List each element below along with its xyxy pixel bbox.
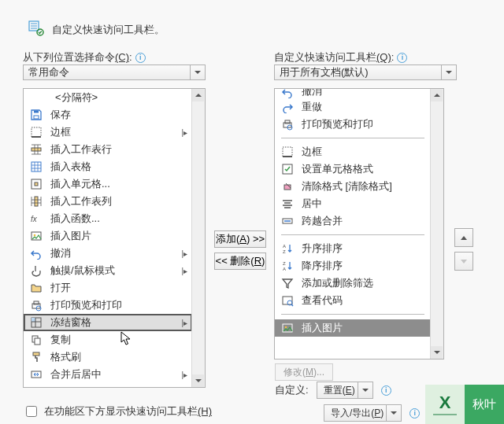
list-item-label: 降序排序 bbox=[302, 259, 343, 273]
list-item-label: 插入图片 bbox=[50, 229, 91, 243]
list-item-label: 打印预览和打印 bbox=[302, 117, 373, 131]
list-item[interactable]: 冻结窗格|▸ bbox=[24, 314, 192, 331]
reset-combo[interactable]: 重置(E) bbox=[317, 382, 373, 399]
qat-commands-list[interactable]: 撤消重做打印预览和打印边框设置单元格格式清除格式 [清除格式]居中跨越合并AZ升… bbox=[274, 88, 444, 359]
center-icon bbox=[281, 197, 294, 210]
svg-point-39 bbox=[285, 326, 287, 329]
list-item-label: 复制 bbox=[50, 333, 71, 347]
svg-rect-10 bbox=[35, 197, 38, 206]
list-divider bbox=[281, 309, 424, 319]
add-button[interactable]: 添加(A) >> bbox=[214, 230, 266, 248]
list-item-label: 添加或删除筛选 bbox=[302, 276, 373, 290]
list-item-label: 插入函数... bbox=[50, 212, 100, 226]
list-item[interactable]: 跨越合并 bbox=[275, 212, 431, 230]
list-item[interactable]: 保存 bbox=[24, 106, 192, 124]
list-item-label: 设置单元格格式 bbox=[302, 162, 373, 176]
list-item[interactable]: 插入图片 bbox=[275, 319, 431, 337]
list-item[interactable]: 复制 bbox=[24, 331, 192, 348]
info-icon[interactable]: i bbox=[410, 408, 420, 418]
choose-commands-combo[interactable]: 常用命令 bbox=[23, 65, 206, 80]
list-item[interactable]: 查看代码 bbox=[275, 292, 431, 309]
svg-rect-6 bbox=[32, 148, 41, 151]
svg-rect-4 bbox=[32, 127, 41, 137]
sortasc-icon: AZ bbox=[281, 242, 294, 255]
svg-line-37 bbox=[291, 304, 293, 306]
info-icon[interactable]: i bbox=[397, 53, 407, 63]
printpreview2-icon bbox=[30, 299, 43, 312]
customize-scope-combo[interactable]: 用于所有文档(默认) bbox=[274, 65, 457, 80]
submenu-indicator-icon: |▸ bbox=[181, 319, 187, 327]
list-item[interactable]: 插入工作表行 bbox=[24, 141, 192, 158]
printpreview-icon bbox=[281, 118, 294, 131]
touch-icon bbox=[30, 264, 43, 277]
remove-button[interactable]: << 删除(R) bbox=[214, 253, 266, 270]
list-item[interactable]: 撤消 bbox=[275, 89, 431, 98]
list-item[interactable]: 插入图片 bbox=[24, 227, 192, 245]
list-item[interactable]: fx插入函数... bbox=[24, 210, 192, 227]
list-item[interactable]: 添加或删除筛选 bbox=[275, 275, 431, 292]
list-divider bbox=[281, 230, 424, 240]
list-item[interactable]: 重做 bbox=[275, 98, 431, 116]
scroll-up-button[interactable] bbox=[431, 89, 443, 101]
sheetrow-icon bbox=[30, 143, 43, 156]
info-icon[interactable]: i bbox=[381, 385, 391, 396]
list-item[interactable]: 居中 bbox=[275, 195, 431, 212]
list-item-label: 清除格式 [清除格式] bbox=[302, 179, 392, 194]
list-item[interactable]: 边框|▸ bbox=[24, 124, 192, 141]
watermark: X 秋叶 bbox=[425, 385, 504, 424]
scrollbar[interactable] bbox=[430, 89, 443, 359]
list-item[interactable]: 插入工作表列 bbox=[24, 193, 192, 210]
list-item-label: 插入表格 bbox=[50, 160, 91, 174]
svg-text:A: A bbox=[283, 267, 286, 271]
list-item[interactable]: 打开 bbox=[24, 279, 192, 297]
formatpainter-icon bbox=[30, 351, 43, 363]
list-item[interactable]: 打印预览和打印 bbox=[275, 116, 431, 133]
svg-rect-2 bbox=[34, 116, 39, 119]
move-up-button[interactable] bbox=[454, 228, 473, 247]
modify-button: 修改(M)... bbox=[275, 363, 333, 381]
list-item[interactable]: 插入表格 bbox=[24, 158, 192, 175]
svg-text:Z: Z bbox=[283, 249, 286, 254]
list-item[interactable]: 插入单元格... bbox=[24, 175, 192, 193]
list-item[interactable]: 打印预览和打印 bbox=[24, 297, 192, 314]
undo2-icon bbox=[281, 89, 294, 98]
chevron-down-icon bbox=[190, 65, 205, 79]
list-item-label: 插入单元格... bbox=[50, 177, 110, 191]
table-icon bbox=[30, 160, 43, 173]
list-item[interactable]: ZA降序排序 bbox=[275, 257, 431, 275]
svg-rect-9 bbox=[35, 183, 38, 186]
list-divider bbox=[281, 133, 424, 143]
page-title: 自定义快速访问工具栏。 bbox=[52, 23, 165, 37]
copy-icon bbox=[30, 334, 43, 346]
svg-rect-20 bbox=[35, 338, 40, 345]
list-item[interactable]: 合并后居中|▸ bbox=[24, 366, 192, 383]
sheetcol-icon bbox=[30, 195, 43, 208]
info-icon[interactable]: i bbox=[135, 53, 146, 63]
excel-logo-icon: X bbox=[439, 393, 451, 413]
import-export-combo[interactable]: 导入/导出(P) bbox=[324, 404, 402, 422]
submenu-indicator-icon: |▸ bbox=[181, 128, 187, 137]
show-below-ribbon-label: 在功能区下方显示快速访问工具栏(H) bbox=[44, 404, 212, 418]
scroll-down-button[interactable] bbox=[192, 374, 204, 387]
scroll-up-button[interactable] bbox=[192, 89, 204, 101]
choose-commands-from-label: 从下列位置选择命令(C): i bbox=[23, 50, 146, 65]
scrollbar[interactable] bbox=[191, 89, 205, 387]
svg-rect-3 bbox=[34, 111, 39, 113]
list-item[interactable]: 边框 bbox=[275, 143, 431, 160]
available-commands-list[interactable]: <分隔符>保存边框|▸插入工作表行插入表格插入单元格...插入工作表列fx插入函… bbox=[23, 88, 206, 388]
list-item[interactable]: 撤消|▸ bbox=[24, 245, 192, 262]
list-item-label: 升序排序 bbox=[302, 241, 343, 256]
list-item-label: 边框 bbox=[302, 145, 322, 159]
list-item[interactable]: AZ升序排序 bbox=[275, 240, 431, 257]
filter-icon bbox=[281, 277, 294, 289]
list-item[interactable]: 清除格式 [清除格式] bbox=[275, 178, 431, 195]
show-below-ribbon-checkbox[interactable] bbox=[26, 406, 37, 417]
list-item-label: <分隔符> bbox=[55, 90, 98, 105]
list-item[interactable]: <分隔符> bbox=[24, 89, 192, 106]
chevron-down-icon bbox=[358, 382, 372, 398]
sortdesc-icon: ZA bbox=[281, 260, 294, 272]
list-item[interactable]: 格式刷 bbox=[24, 348, 192, 366]
list-item[interactable]: 触摸/鼠标模式|▸ bbox=[24, 262, 192, 279]
list-item[interactable]: 设置单元格格式 bbox=[275, 160, 431, 178]
scroll-down-button[interactable] bbox=[431, 346, 443, 359]
